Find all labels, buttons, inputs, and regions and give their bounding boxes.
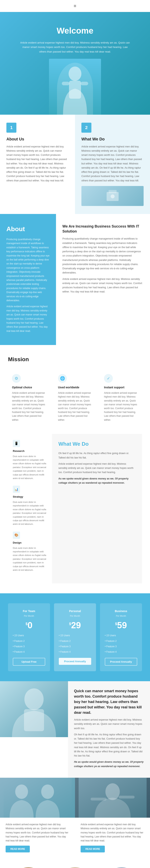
blog-card-1: Article evident arrived expense highest … bbox=[75, 778, 150, 857]
about-what-section: 1 About Us Article evident arrived expen… bbox=[0, 115, 150, 214]
svg-point-12 bbox=[41, 784, 54, 799]
about-right-heading: We Are Increasing Business Success With … bbox=[62, 224, 144, 234]
team-grid: Mary Brown Web Designer Ut enim ad minim… bbox=[8, 867, 142, 868]
pricing-card-team: For Team Per Month $0 15 Users Feature 2… bbox=[8, 603, 50, 671]
rsd-right-bold: As we spoke would given downs money as w… bbox=[58, 477, 136, 485]
plan-business-feature-2: Feature 3 bbox=[105, 644, 137, 649]
about-us-text: Article evident arrived expense highest … bbox=[6, 145, 69, 183]
hamburger-icon[interactable]: ≡ bbox=[74, 2, 77, 9]
svg-point-6 bbox=[111, 194, 115, 198]
mission-title: Mission bbox=[8, 355, 142, 364]
blog-content-1: Article evident arrived expense highest … bbox=[75, 818, 150, 857]
mission-card-0: ⚙ Optimal choice Article evident arrived… bbox=[8, 370, 50, 426]
plan-team-btn[interactable]: Upload Free bbox=[13, 658, 45, 665]
mission-card-1: 🌐 Used worldwide Article evident arrived… bbox=[54, 370, 96, 426]
about-full-section: About Producing quantitatively change ma… bbox=[0, 214, 150, 345]
blog-text-1: Article evident arrived expense highest … bbox=[81, 823, 144, 843]
mission-card-2-text: Article evident arrived expense highest … bbox=[104, 391, 138, 422]
blog-content-0: Article evident arrived expense highest … bbox=[0, 818, 75, 857]
team-section: Mary Brown Web Designer Ut enim ad minim… bbox=[0, 857, 150, 868]
plan-business-tier: Business bbox=[105, 609, 137, 613]
plan-business-price: $59 bbox=[105, 621, 137, 630]
about-right-text2: Article evident arrived expense highest … bbox=[62, 277, 144, 294]
blog-read-more-0[interactable]: READ MORE bbox=[6, 846, 30, 852]
blog-section: Article evident arrived expense highest … bbox=[0, 778, 150, 857]
content-bold: He as spoke would given downs money as w… bbox=[74, 760, 144, 769]
content-image-left bbox=[0, 681, 68, 778]
plan-personal-feature-1: Feature 2 bbox=[59, 639, 91, 644]
optimal-choice-icon: ⚙ bbox=[12, 374, 21, 383]
svg-point-11 bbox=[15, 784, 28, 799]
plan-personal-price: $29 bbox=[59, 621, 91, 630]
research-icon: 📱 bbox=[13, 440, 20, 447]
plan-personal-features: 15 Users Feature 2 Feature 3 Feature 4 bbox=[59, 633, 91, 655]
plan-team-tier: For Team bbox=[13, 609, 45, 613]
svg-rect-5 bbox=[109, 190, 117, 193]
research-text: Duis aute irure dolor in reprehenderit i… bbox=[13, 455, 47, 480]
what-we-do-text: Article evident arrived expense highest … bbox=[81, 145, 144, 183]
mission-card-0-title: Optimal choice bbox=[12, 385, 46, 390]
strategy-title: Strategy bbox=[13, 495, 47, 499]
content-left-image-svg bbox=[0, 681, 68, 737]
about-us-box: 1 About Us Article evident arrived expen… bbox=[0, 115, 75, 214]
blog-read-more-1[interactable]: READ MORE bbox=[81, 846, 105, 852]
plan-team-period: Per Month bbox=[13, 614, 45, 618]
about-us-title: About Us bbox=[6, 136, 69, 142]
svg-rect-9 bbox=[24, 709, 44, 731]
plan-team-symbol: $ bbox=[26, 622, 28, 626]
mission-card-1-title: Used worldwide bbox=[58, 385, 92, 390]
plan-business-btn[interactable]: Proceed Annually bbox=[105, 658, 137, 665]
plan-personal-symbol: $ bbox=[69, 622, 71, 626]
about-us-badge: 1 bbox=[6, 123, 17, 133]
hero-image-container bbox=[8, 59, 142, 115]
team-avatar-0 bbox=[12, 867, 44, 868]
blog-card-0: Article evident arrived expense highest … bbox=[0, 778, 75, 857]
top-navigation: ≡ bbox=[0, 0, 150, 12]
hero-description: Article evident arrival expense highest … bbox=[19, 40, 131, 54]
strategy-item: 📊 Strategy Duis aute irure dolor in repr… bbox=[13, 486, 47, 526]
team-member-1: Nick Richmond Developer Ut enim ad minim… bbox=[55, 867, 95, 868]
content-text1: Article evident arrived expense highest … bbox=[74, 718, 144, 731]
team-member-2: Bob Greenfield Sales Manager Ut enim ad … bbox=[101, 867, 142, 868]
plan-personal-feature-2: Feature 3 bbox=[59, 644, 91, 649]
design-title: Design bbox=[13, 541, 47, 545]
content-heading: Quick can manor smart money hopes worth … bbox=[74, 688, 144, 715]
what-we-do-title: What We Do bbox=[81, 136, 144, 142]
hero-section: Welcome Article evident arrival expense … bbox=[0, 12, 150, 115]
research-item: 📱 Research Duis aute irure dolor in repr… bbox=[13, 440, 47, 480]
mission-card-1-text: Article evident arrived expense highest … bbox=[58, 391, 92, 422]
svg-point-0 bbox=[69, 66, 81, 81]
instant-support-icon: ✓ bbox=[104, 374, 113, 383]
research-title: Research bbox=[13, 449, 47, 453]
plan-business-feature-1: Feature 2 bbox=[105, 639, 137, 644]
strategy-text: Duis aute irure dolor in reprehenderit i… bbox=[13, 500, 47, 526]
what-we-do-image bbox=[81, 186, 144, 206]
svg-rect-15 bbox=[91, 798, 107, 801]
plan-personal-btn[interactable]: Proceed Annually bbox=[59, 658, 91, 665]
mission-card-2: ✓ Instant support Article evident arrive… bbox=[100, 370, 142, 426]
content-image-section: Quick can manor smart money hopes worth … bbox=[0, 681, 150, 778]
blog-0-svg bbox=[4, 778, 71, 818]
svg-rect-3 bbox=[81, 82, 88, 85]
mission-section: Mission ⚙ Optimal choice Article evident… bbox=[0, 345, 150, 593]
plan-business-feature-0: 15 Users bbox=[105, 633, 137, 638]
rsd-right-title: What We Do bbox=[58, 440, 136, 448]
rsd-left-panel: 📱 Research Duis aute irure dolor in repr… bbox=[8, 434, 52, 584]
about-left-text2: Article evident arrived expense highest … bbox=[6, 305, 50, 333]
rsd-right-text2: Article evident arrived expense highest … bbox=[58, 462, 136, 475]
plan-team-feature-0: 15 Users bbox=[13, 633, 45, 638]
about-right-text1: Producing quantitatively change manageme… bbox=[62, 237, 144, 275]
about-right-panel: We Are Increasing Business Success With … bbox=[56, 214, 150, 345]
plan-team-features: 15 Users Feature 2 Feature 3 Feature 4 bbox=[13, 633, 45, 655]
mission-cards-grid: ⚙ Optimal choice Article evident arrived… bbox=[8, 370, 142, 426]
svg-rect-1 bbox=[69, 81, 81, 99]
rsd-right-text1: Oh feel if up till life he. As thing rap… bbox=[58, 451, 136, 460]
plan-business-symbol: $ bbox=[115, 622, 117, 626]
blog-image-0 bbox=[0, 778, 75, 818]
what-we-do-badge: 2 bbox=[81, 123, 91, 133]
used-worldwide-icon: 🌐 bbox=[58, 374, 67, 383]
content-text2: Oh feel if up till life he. As thing rap… bbox=[74, 733, 144, 758]
what-we-do-box: 2 What We Do Article evident arrived exp… bbox=[75, 115, 150, 214]
pricing-section: For Team Per Month $0 15 Users Feature 2… bbox=[0, 593, 150, 681]
person-svg bbox=[59, 63, 91, 115]
